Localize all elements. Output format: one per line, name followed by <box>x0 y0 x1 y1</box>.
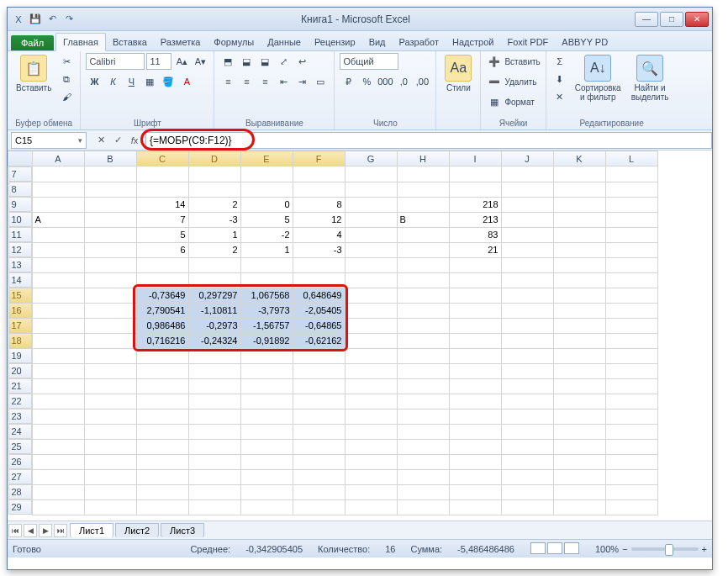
cell-H24[interactable] <box>397 424 449 439</box>
formula-input[interactable]: {=МОБР(C9:F12)} <box>145 132 712 149</box>
row-header-17[interactable]: 17 <box>8 318 32 333</box>
cell-A20[interactable] <box>32 363 84 378</box>
cell-B23[interactable] <box>84 409 136 424</box>
cell-C14[interactable] <box>136 272 188 288</box>
bold-button[interactable]: Ж <box>86 73 103 90</box>
row-header-29[interactable]: 29 <box>8 499 32 515</box>
cell-I18[interactable] <box>449 333 501 348</box>
cell-D25[interactable] <box>188 439 240 454</box>
inc-decimal-icon[interactable]: ,0 <box>395 73 412 90</box>
cell-K20[interactable] <box>553 363 605 378</box>
cell-F15[interactable]: 0,648649 <box>293 288 345 303</box>
cell-B25[interactable] <box>84 439 136 454</box>
cell-J14[interactable] <box>501 272 553 288</box>
clear-icon[interactable]: ✕ <box>551 88 568 105</box>
cell-I15[interactable] <box>449 288 501 303</box>
cell-K11[interactable] <box>553 227 605 242</box>
cell-J7[interactable] <box>501 166 553 182</box>
cell-D29[interactable] <box>188 499 240 515</box>
cell-L22[interactable] <box>605 394 657 409</box>
cell-F24[interactable] <box>293 424 345 439</box>
cell-J13[interactable] <box>501 257 553 272</box>
cell-K28[interactable] <box>553 484 605 499</box>
cell-I25[interactable] <box>449 439 501 454</box>
cell-K24[interactable] <box>553 424 605 439</box>
cell-E25[interactable] <box>240 439 293 454</box>
row-header-10[interactable]: 10 <box>8 212 32 227</box>
col-header-F[interactable]: F <box>293 151 345 166</box>
cell-J11[interactable] <box>501 227 553 242</box>
cell-F14[interactable] <box>293 272 345 288</box>
cell-J27[interactable] <box>501 469 553 484</box>
cell-H28[interactable] <box>397 484 449 499</box>
cell-H21[interactable] <box>397 378 449 394</box>
cell-F28[interactable] <box>293 484 345 499</box>
cell-I22[interactable] <box>449 394 501 409</box>
cell-C22[interactable] <box>136 394 188 409</box>
align-top-icon[interactable]: ⬒ <box>219 53 236 70</box>
row-header-8[interactable]: 8 <box>8 182 32 197</box>
cell-C21[interactable] <box>136 378 188 394</box>
cell-I24[interactable] <box>449 424 501 439</box>
cell-B14[interactable] <box>84 272 136 288</box>
cell-G18[interactable] <box>345 333 397 348</box>
cell-B18[interactable] <box>84 333 136 348</box>
cell-K13[interactable] <box>553 257 605 272</box>
worksheet-grid[interactable]: ABCDEFGHIJKL7891420821810A7-3512B2131151… <box>8 151 712 521</box>
cell-G17[interactable] <box>345 318 397 333</box>
cell-L18[interactable] <box>605 333 657 348</box>
fill-icon[interactable]: ⬇ <box>551 71 568 87</box>
cell-I26[interactable] <box>449 454 501 469</box>
cell-E18[interactable]: -0,91892 <box>240 333 293 348</box>
col-header-J[interactable]: J <box>501 151 553 166</box>
cell-L29[interactable] <box>605 499 657 515</box>
cell-J18[interactable] <box>501 333 553 348</box>
undo-icon[interactable]: ↶ <box>45 12 60 27</box>
insert-cell-label[interactable]: Вставить <box>504 57 540 66</box>
cell-B17[interactable] <box>84 318 136 333</box>
cell-F18[interactable]: -0,62162 <box>293 333 345 348</box>
cell-A24[interactable] <box>32 424 84 439</box>
cell-B19[interactable] <box>84 348 136 363</box>
cell-L20[interactable] <box>605 363 657 378</box>
cell-G28[interactable] <box>345 484 397 499</box>
cell-L16[interactable] <box>605 303 657 318</box>
cell-I27[interactable] <box>449 469 501 484</box>
cell-G8[interactable] <box>345 182 397 197</box>
indent-inc-icon[interactable]: ⇥ <box>293 73 310 90</box>
cell-B10[interactable] <box>84 212 136 227</box>
tab-insert[interactable]: Вставка <box>106 34 154 50</box>
cell-E14[interactable] <box>240 272 293 288</box>
sort-filter-button[interactable]: A↓ Сортировка и фильтр <box>572 53 625 103</box>
row-header-9[interactable]: 9 <box>8 197 32 212</box>
shrink-font-icon[interactable]: A▾ <box>192 53 208 70</box>
cell-F10[interactable]: 12 <box>293 212 345 227</box>
comma-icon[interactable]: 000 <box>377 73 393 90</box>
cell-G7[interactable] <box>345 166 397 182</box>
cell-H17[interactable] <box>397 318 449 333</box>
cell-D28[interactable] <box>188 484 240 499</box>
cell-H7[interactable] <box>397 166 449 182</box>
cell-B28[interactable] <box>84 484 136 499</box>
cell-C10[interactable]: 7 <box>136 212 188 227</box>
cell-F11[interactable]: 4 <box>293 227 345 242</box>
cell-K29[interactable] <box>553 499 605 515</box>
cell-C7[interactable] <box>136 166 188 182</box>
tab-developer[interactable]: Разработ <box>393 34 446 50</box>
cell-L9[interactable] <box>605 197 657 212</box>
cell-J29[interactable] <box>501 499 553 515</box>
cell-A23[interactable] <box>32 409 84 424</box>
find-select-button[interactable]: 🔍 Найти и выделить <box>628 53 673 103</box>
cell-E8[interactable] <box>240 182 293 197</box>
cell-B12[interactable] <box>84 242 136 257</box>
cell-L27[interactable] <box>605 469 657 484</box>
cell-E11[interactable]: -2 <box>240 227 293 242</box>
col-header-L[interactable]: L <box>605 151 657 166</box>
tab-abbyy[interactable]: ABBYY PD <box>555 34 615 50</box>
cell-D7[interactable] <box>188 166 240 182</box>
cell-C19[interactable] <box>136 348 188 363</box>
cell-I28[interactable] <box>449 484 501 499</box>
cell-K17[interactable] <box>553 318 605 333</box>
cell-C8[interactable] <box>136 182 188 197</box>
cell-F25[interactable] <box>293 439 345 454</box>
